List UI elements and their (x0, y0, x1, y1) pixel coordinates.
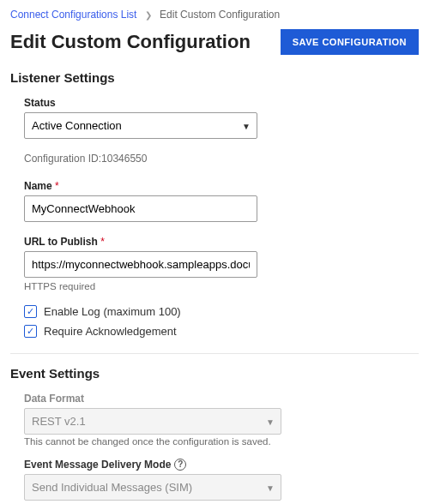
data-format-label: Data Format (24, 393, 419, 405)
breadcrumb-current: Edit Custom Configuration (160, 9, 280, 21)
data-format-select: REST v2.1 ▼ (24, 408, 281, 435)
page-title: Edit Custom Configuration (10, 31, 251, 53)
name-label: Name * (24, 180, 419, 192)
url-to-publish-input[interactable] (24, 251, 257, 278)
configuration-id-text: Configuration ID:10346550 (24, 153, 419, 165)
section-divider (10, 353, 419, 354)
enable-log-label: Enable Log (maximum 100) (44, 305, 181, 318)
delivery-mode-select: Send Individual Messages (SIM) ▼ (24, 474, 281, 501)
enable-log-checkbox[interactable]: ✓ (24, 305, 37, 318)
url-to-publish-label: URL to Publish * (24, 236, 419, 248)
require-ack-checkbox[interactable]: ✓ (24, 325, 37, 338)
check-icon: ✓ (27, 307, 34, 316)
delivery-mode-label: Event Message Delivery Mode ? (24, 459, 419, 471)
data-format-helper: This cannot be changed once the configur… (24, 436, 419, 447)
help-icon[interactable]: ? (174, 459, 186, 471)
status-label: Status (24, 97, 419, 109)
breadcrumb: Connect Configurations List ❯ Edit Custo… (10, 9, 419, 21)
save-configuration-button[interactable]: SAVE CONFIGURATION (281, 29, 419, 55)
name-input[interactable] (24, 195, 257, 222)
event-settings-heading: Event Settings (10, 366, 419, 381)
check-icon: ✓ (27, 327, 34, 336)
chevron-right-icon: ❯ (145, 10, 152, 20)
listener-settings-heading: Listener Settings (10, 70, 419, 85)
url-helper-text: HTTPS required (24, 281, 419, 291)
breadcrumb-back-link[interactable]: Connect Configurations List (10, 9, 136, 21)
require-ack-label: Require Acknowledgement (44, 325, 177, 338)
status-select[interactable]: Active Connection (24, 112, 257, 139)
